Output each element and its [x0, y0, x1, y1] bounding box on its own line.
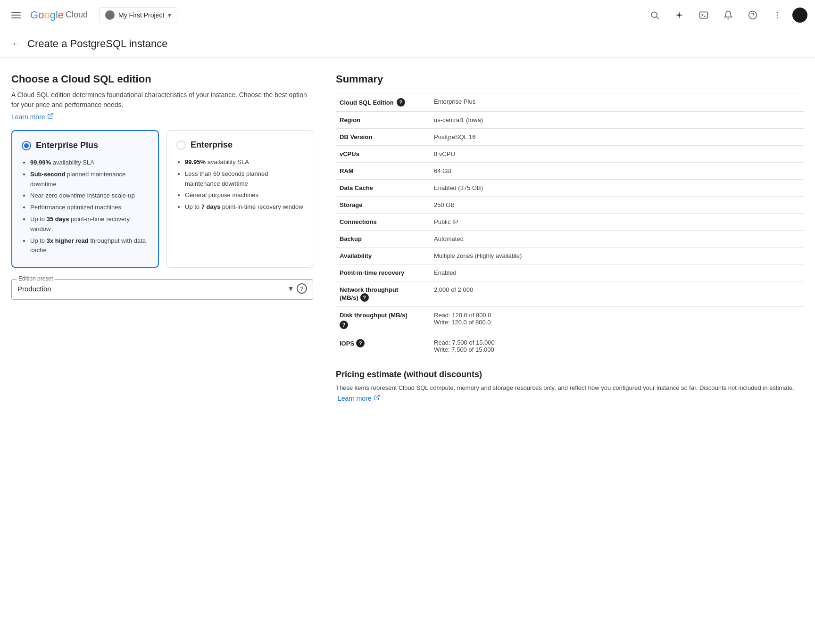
- feature-item: Less than 60 seconds planned maintenance…: [185, 169, 303, 189]
- summary-value: us-central1 (Iowa): [430, 112, 804, 129]
- search-icon[interactable]: [645, 6, 664, 25]
- top-nav: G o o g l e Cloud My First Project ▾: [0, 0, 815, 30]
- left-panel: Choose a Cloud SQL edition A Cloud SQL e…: [11, 73, 313, 404]
- summary-value: Enabled: [430, 264, 804, 281]
- summary-row-vcpus: vCPUs 8 vCPU: [336, 146, 804, 163]
- svg-line-1: [657, 17, 659, 19]
- feature-item: Up to 35 days point-in-time recovery win…: [30, 215, 149, 234]
- summary-title: Summary: [336, 73, 804, 85]
- summary-label: Network throughput (MB/s) ?: [336, 281, 430, 307]
- edition-preset: Edition preset Production ▾ ?: [11, 279, 313, 300]
- enterprise-name: Enterprise: [191, 140, 233, 150]
- pricing-section: Pricing estimate (without discounts) The…: [336, 370, 804, 404]
- feature-item: Performance optimized machines: [30, 203, 149, 213]
- summary-table: Cloud SQL Edition ? Enterprise Plus Regi…: [336, 93, 804, 358]
- feature-item: Near-zero downtime instance scale-up: [30, 191, 149, 201]
- summary-label: Cloud SQL Edition ?: [336, 93, 430, 112]
- enterprise-radio[interactable]: [176, 140, 186, 150]
- gemini-icon[interactable]: [670, 6, 689, 25]
- page-header: ← Create a PostgreSQL instance: [0, 30, 815, 58]
- feature-item: Sub-second planned maintenance downtime: [30, 170, 149, 190]
- svg-point-6: [777, 11, 778, 13]
- summary-row-edition: Cloud SQL Edition ? Enterprise Plus: [336, 93, 804, 112]
- enterprise-features: 99.95% availability SLA Less than 60 sec…: [176, 157, 303, 212]
- summary-value: Automated: [430, 231, 804, 248]
- disk-throughput-help-icon[interactable]: ?: [340, 321, 348, 329]
- summary-row-network: Network throughput (MB/s) ? 2,000 of 2,0…: [336, 281, 804, 307]
- terminal-icon[interactable]: [694, 6, 713, 25]
- external-link-icon: [47, 113, 54, 121]
- summary-label: Storage: [336, 197, 430, 214]
- summary-label: vCPUs: [336, 146, 430, 163]
- pricing-external-link-icon: [374, 393, 380, 404]
- summary-value: 2,000 of 2,000: [430, 281, 804, 307]
- menu-icon[interactable]: [8, 8, 25, 22]
- help-icon[interactable]: [743, 6, 762, 25]
- cloud-sql-edition-help-icon[interactable]: ?: [397, 98, 405, 107]
- enterprise-plus-header: Enterprise Plus: [22, 140, 149, 150]
- page-title: Create a PostgreSQL instance: [27, 38, 168, 50]
- summary-value: Multiple zones (Highly available): [430, 248, 804, 264]
- enterprise-plus-name: Enterprise Plus: [36, 140, 98, 150]
- enterprise-plus-radio[interactable]: [22, 141, 31, 150]
- summary-row-backup: Backup Automated: [336, 231, 804, 248]
- main-content: Choose a Cloud SQL edition A Cloud SQL e…: [0, 58, 815, 419]
- pricing-learn-more-link[interactable]: Learn more: [338, 393, 380, 404]
- svg-line-10: [376, 395, 379, 398]
- enterprise-header: Enterprise: [176, 140, 303, 150]
- summary-value: Read: 7,500 of 15,000 Write: 7,500 of 15…: [430, 334, 804, 358]
- summary-value: Enabled (375 GB): [430, 180, 804, 197]
- summary-row-pitr: Point-in-time recovery Enabled: [336, 264, 804, 281]
- summary-label: RAM: [336, 163, 430, 180]
- enterprise-plus-card[interactable]: Enterprise Plus 99.99% availability SLA …: [11, 130, 159, 268]
- iops-help-icon[interactable]: ?: [356, 339, 365, 347]
- svg-point-0: [651, 12, 657, 17]
- learn-more-link[interactable]: Learn more: [11, 113, 54, 121]
- pricing-description: These items represent Cloud SQL compute,…: [336, 383, 804, 404]
- edition-preset-value: Production: [17, 285, 51, 293]
- enterprise-card[interactable]: Enterprise 99.95% availability SLA Less …: [166, 130, 313, 268]
- notification-icon[interactable]: [719, 6, 738, 25]
- svg-line-9: [50, 114, 52, 116]
- edition-preset-label: Edition preset: [17, 275, 55, 282]
- summary-row-storage: Storage 250 GB: [336, 197, 804, 214]
- feature-item: 99.99% availability SLA: [30, 158, 149, 168]
- summary-label: Region: [336, 112, 430, 129]
- summary-value: 8 vCPU: [430, 146, 804, 163]
- pricing-title: Pricing estimate (without discounts): [336, 370, 804, 380]
- summary-label: Availability: [336, 248, 430, 264]
- summary-value: PostgreSQL 16: [430, 129, 804, 146]
- summary-value: Enterprise Plus: [430, 93, 804, 112]
- feature-item: 99.95% availability SLA: [185, 157, 303, 167]
- radio-selected-dot: [24, 143, 29, 148]
- more-options-icon[interactable]: [768, 6, 787, 25]
- summary-label: Point-in-time recovery: [336, 264, 430, 281]
- edition-preset-help-icon[interactable]: ?: [297, 283, 307, 294]
- avatar[interactable]: [792, 8, 807, 23]
- edition-preset-controls: ▾ ?: [289, 283, 307, 294]
- summary-row-availability: Availability Multiple zones (Highly avai…: [336, 248, 804, 264]
- summary-label: Data Cache: [336, 180, 430, 197]
- feature-item: Up to 3x higher read throughput with dat…: [30, 236, 149, 256]
- svg-rect-2: [700, 12, 708, 18]
- edition-preset-dropdown-icon[interactable]: ▾: [289, 283, 293, 294]
- feature-item: General purpose machines: [185, 190, 303, 200]
- summary-row-ram: RAM 64 GB: [336, 163, 804, 180]
- edition-cards: Enterprise Plus 99.99% availability SLA …: [11, 130, 313, 268]
- section-description: A Cloud SQL edition determines foundatio…: [11, 90, 313, 110]
- summary-label: IOPS ?: [336, 334, 430, 358]
- back-button[interactable]: ←: [11, 38, 22, 50]
- project-icon: [105, 10, 115, 20]
- summary-row-iops: IOPS ? Read: 7,500 of 15,000 Write: 7,50…: [336, 334, 804, 358]
- summary-label: Disk throughput (MB/s) ?: [336, 307, 430, 334]
- summary-row-connections: Connections Public IP: [336, 214, 804, 231]
- summary-value: 64 GB: [430, 163, 804, 180]
- summary-row-data-cache: Data Cache Enabled (375 GB): [336, 180, 804, 197]
- network-throughput-help-icon[interactable]: ?: [360, 293, 369, 302]
- edition-preset-row: Production ▾ ?: [17, 283, 307, 294]
- project-selector[interactable]: My First Project ▾: [99, 7, 177, 23]
- summary-value: 250 GB: [430, 197, 804, 214]
- svg-point-7: [777, 14, 778, 16]
- summary-label: Connections: [336, 214, 430, 231]
- dropdown-chevron-icon: ▾: [168, 11, 171, 19]
